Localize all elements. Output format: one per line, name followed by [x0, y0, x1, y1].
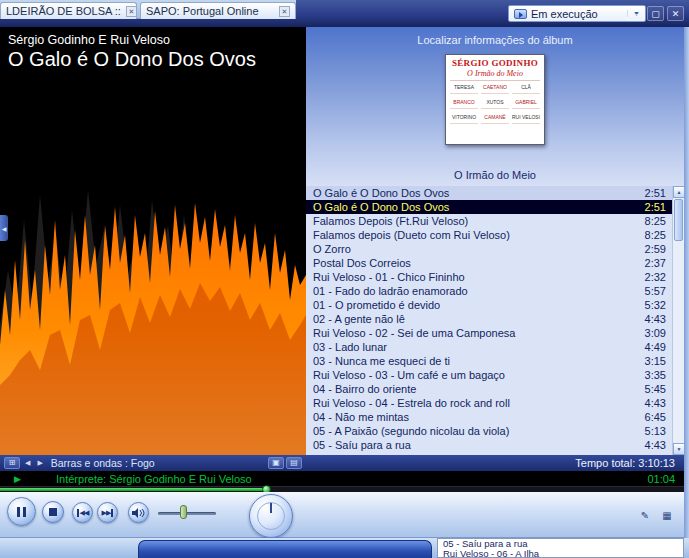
playlist-row[interactable]: 03 - Nunca me esqueci de ti 3:15: [306, 354, 672, 368]
playlist-row[interactable]: Postal Dos Correios 2:37: [306, 256, 672, 270]
viz-select-menu-button[interactable]: ⊞: [4, 457, 20, 469]
track-duration: 3:09: [645, 326, 666, 340]
total-time-bar: Tempo total: 3:10:13: [306, 455, 689, 471]
playlist-row[interactable]: Rui Veloso - 01 - Chico Fininho 2:32: [306, 270, 672, 284]
visualization-panel: Sérgio Godinho E Rui Veloso O Galo é O D…: [0, 27, 306, 455]
tab-close-icon[interactable]: ✕: [126, 6, 137, 17]
pencil-icon-button[interactable]: ✎: [636, 508, 654, 523]
volume-thumb[interactable]: [180, 505, 187, 519]
fire-visualization: [0, 185, 306, 455]
track-duration: 2:59: [645, 242, 666, 256]
playlist-row[interactable]: 03 - Lado lunar 4:49: [306, 340, 672, 354]
track-duration: 8:25: [645, 228, 666, 242]
viz-artist-overlay: Sérgio Godinho E Rui Veloso: [8, 33, 170, 47]
playlist-row[interactable]: 01 - O prometido é devido 5:32: [306, 298, 672, 312]
track-title: Rui Veloso - 04 - Estrela do rock and ro…: [313, 396, 637, 410]
viz-properties-button[interactable]: ▤: [286, 457, 302, 469]
track-duration: 2:37: [645, 256, 666, 270]
mute-button[interactable]: [128, 502, 149, 523]
viz-toolbar-right: ▣ ▤: [268, 457, 302, 469]
track-title: Rui Veloso - 03 - Um café e um bagaço: [313, 368, 637, 382]
album-art-title: SÉRGIO GODINHO: [450, 58, 540, 68]
volume-slider[interactable]: [158, 512, 216, 515]
track-title: O Galo é O Dono Dos Ovos: [313, 186, 637, 200]
playlist-row[interactable]: Falamos depois (Dueto com Rui Veloso) 8:…: [306, 228, 672, 242]
track-duration: 2:32: [645, 270, 666, 284]
now-playing-icon: [514, 9, 527, 19]
track-title: 04 - Não me mintas: [313, 410, 637, 424]
guest-name: CAETANO: [481, 84, 509, 94]
tab-label: SAPO: Portugal Online: [146, 5, 259, 17]
close-button[interactable]: ✕: [667, 6, 684, 21]
speaker-icon: [132, 508, 146, 518]
viz-prev-button[interactable]: ◀: [23, 459, 32, 467]
center-knob-button[interactable]: [249, 494, 293, 538]
scrollbar-thumb[interactable]: [674, 199, 683, 241]
track-title: 05 - Saíu para a rua: [313, 438, 637, 452]
viz-name-label: Barras e ondas : Fogo: [51, 457, 265, 469]
playlist-row[interactable]: 05 - Saíu para a rua 4:43: [306, 438, 672, 452]
visualization-toolbar: ⊞ ◀ ▶ Barras e ondas : Fogo ▣ ▤: [0, 455, 306, 471]
playlist-row[interactable]: O Galo é O Dono Dos Ovos 2:51: [306, 200, 672, 214]
stop-button[interactable]: [42, 501, 64, 523]
playlist-row[interactable]: 04 - Bairro do oriente 5:45: [306, 382, 672, 396]
playlist-row[interactable]: 04 - Não me mintas 6:45: [306, 410, 672, 424]
track-title: Postal Dos Correios: [313, 256, 637, 270]
track-duration: 5:57: [645, 284, 666, 298]
track-duration: 8:25: [645, 214, 666, 228]
track-title: 01 - Fado do ladrão enamorado: [313, 284, 637, 298]
playlist-row[interactable]: Falamos Depois (Ft.Rui Veloso) 8:25: [306, 214, 672, 228]
previous-button[interactable]: ◀◀: [72, 502, 93, 523]
transport-controls: ◀◀ ▶▶ ✎ ▦: [0, 492, 689, 538]
track-title: Rui Veloso - 01 - Chico Fininho: [313, 270, 637, 284]
track-title: 03 - Lado lunar: [313, 340, 637, 354]
playlist-row[interactable]: 05 - A Paixão (segundo nicolau da viola)…: [306, 424, 672, 438]
background-playlist-window: 05 - Saíu para a ruaRui Veloso - 06 - A …: [437, 538, 684, 558]
minimize-button[interactable]: –: [627, 6, 644, 21]
previous-icon-arrows: ◀◀: [80, 509, 89, 516]
playlist-row[interactable]: Rui Veloso - 03 - Um café e um bagaço 3:…: [306, 368, 672, 382]
playlist-row[interactable]: Rui Veloso - 04 - Estrela do rock and ro…: [306, 396, 672, 410]
find-album-info-link[interactable]: Localizar informações do álbum: [306, 27, 684, 46]
track-title: O Zorro: [313, 242, 637, 256]
seek-progress: [0, 488, 268, 491]
browser-tab-sapo[interactable]: SAPO: Portugal Online ✕: [140, 2, 296, 19]
playlist-row[interactable]: O Galo é O Dono Dos Ovos 2:51: [306, 186, 672, 200]
playlist-row[interactable]: 02 - A gente não lê 4:43: [306, 312, 672, 326]
album-title-caption: O Irmão do Meio: [306, 169, 684, 181]
track-title: 02 - A gente não lê: [313, 312, 637, 326]
track-duration: 5:13: [645, 424, 666, 438]
next-icon: [111, 509, 113, 517]
viz-track-overlay: O Galo é O Dono Dos Ovos: [8, 48, 256, 71]
viz-next-button[interactable]: ▶: [35, 459, 44, 467]
maximize-button[interactable]: ▢: [647, 6, 664, 21]
pause-button[interactable]: [7, 497, 36, 526]
viz-fullscreen-button[interactable]: ▣: [268, 457, 284, 469]
playlist-row[interactable]: O Zorro 2:59: [306, 242, 672, 256]
background-window-titlebar[interactable]: [138, 540, 432, 558]
track-duration: 5:45: [645, 382, 666, 396]
track-duration: 3:35: [645, 368, 666, 382]
playlist-row[interactable]: Rui Veloso - 02 - Sei de uma Camponesa 3…: [306, 326, 672, 340]
view-selector-button[interactable]: Em execução ▼: [508, 5, 646, 22]
track-title: 01 - O prometido é devido: [313, 298, 637, 312]
browser-tab-caldeirao[interactable]: LDEIRÃO DE BOLSA :: ✕: [0, 2, 137, 19]
next-button[interactable]: ▶▶: [97, 502, 118, 523]
track-duration: 4:43: [645, 312, 666, 326]
previous-icon: [77, 509, 79, 517]
guest-name: GABRIEL: [512, 99, 540, 109]
tab-close-icon[interactable]: ✕: [279, 6, 290, 17]
guest-name: RUI VELOSO: [512, 114, 540, 124]
total-time-label: Tempo total: 3:10:13: [575, 457, 675, 469]
media-info-panel: Localizar informações do álbum SÉRGIO GO…: [306, 27, 684, 455]
track-duration: 2:51: [645, 186, 666, 200]
panel-collapse-arrow[interactable]: ◀: [0, 215, 8, 241]
playlist-row[interactable]: 01 - Fado do ladrão enamorado 5:57: [306, 284, 672, 298]
playlist-scrollbar[interactable]: ▲ ▼: [672, 186, 684, 455]
background-track-item: Rui Veloso - 06 - A Ilha: [443, 549, 678, 558]
track-title: Rui Veloso - 02 - Sei de uma Camponesa: [313, 326, 637, 340]
view-selector-label: Em execução: [531, 8, 598, 20]
grid-icon-button[interactable]: ▦: [658, 508, 676, 523]
track-title: Falamos depois (Dueto com Rui Veloso): [313, 228, 637, 242]
guest-name: CLÃ: [512, 84, 540, 94]
